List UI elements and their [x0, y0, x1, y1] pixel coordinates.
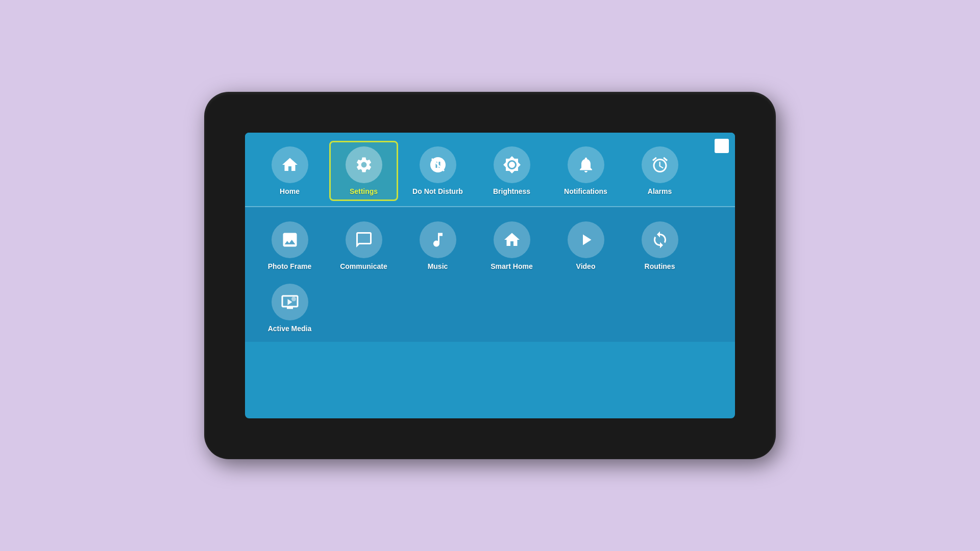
device: Home Settings Do Not Disturb — [204, 92, 776, 459]
bottom-nav-area: Photo Frame Communicate Music — [245, 207, 735, 342]
nav-music[interactable]: Music — [403, 217, 472, 274]
smart-home-label: Smart Home — [491, 262, 532, 270]
nav-active-media[interactable]: Active Media — [255, 280, 324, 337]
settings-icon — [346, 146, 382, 183]
music-icon — [420, 221, 456, 258]
white-square-indicator — [715, 139, 729, 153]
video-label: Video — [576, 262, 596, 270]
nav-settings[interactable]: Settings — [329, 141, 398, 201]
nav-home[interactable]: Home — [255, 142, 324, 199]
nav-alarms[interactable]: Alarms — [625, 142, 694, 199]
routines-icon — [642, 221, 678, 258]
smart-home-icon — [494, 221, 530, 258]
video-icon — [568, 221, 604, 258]
nav-video[interactable]: Video — [551, 217, 620, 274]
notifications-label: Notifications — [564, 187, 607, 195]
nav-do-not-disturb[interactable]: Do Not Disturb — [403, 142, 472, 199]
device-screen: Home Settings Do Not Disturb — [245, 133, 735, 418]
active-media-label: Active Media — [268, 324, 312, 333]
nav-photo-frame[interactable]: Photo Frame — [255, 217, 324, 274]
music-label: Music — [428, 262, 448, 270]
brightness-label: Brightness — [493, 187, 530, 195]
notifications-icon — [568, 146, 604, 183]
active-media-icon — [272, 284, 308, 320]
top-nav-row: Home Settings Do Not Disturb — [245, 133, 735, 207]
photo-frame-icon — [272, 221, 308, 258]
home-label: Home — [280, 187, 300, 195]
svg-point-1 — [510, 238, 513, 241]
nav-routines[interactable]: Routines — [625, 217, 694, 274]
routines-label: Routines — [645, 262, 675, 270]
settings-label: Settings — [350, 187, 378, 195]
communicate-label: Communicate — [340, 262, 387, 270]
alarms-icon — [642, 146, 678, 183]
brightness-icon — [494, 146, 530, 183]
communicate-icon — [346, 221, 382, 258]
nav-brightness[interactable]: Brightness — [477, 142, 546, 199]
svg-point-2 — [291, 297, 296, 302]
do-not-disturb-label: Do Not Disturb — [412, 187, 463, 195]
alarms-label: Alarms — [648, 187, 672, 195]
nav-smart-home[interactable]: Smart Home — [477, 217, 546, 274]
photo-frame-label: Photo Frame — [268, 262, 312, 270]
home-icon — [272, 146, 308, 183]
nav-communicate[interactable]: Communicate — [329, 217, 398, 274]
do-not-disturb-icon — [420, 146, 456, 183]
nav-notifications[interactable]: Notifications — [551, 142, 620, 199]
